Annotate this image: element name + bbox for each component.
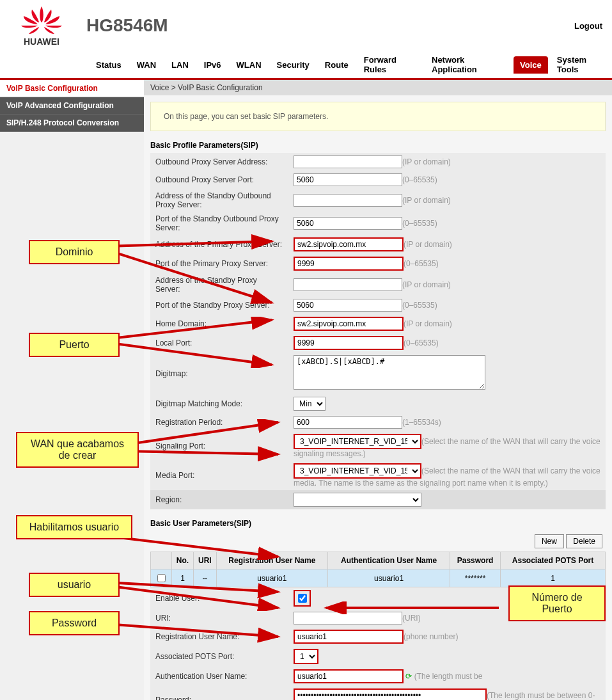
main-nav: Status WAN LAN IPv6 WLAN Security Route …: [0, 51, 612, 80]
td-port: 1: [501, 569, 606, 587]
outbound-addr-input[interactable]: [294, 155, 402, 168]
standby-port-input[interactable]: [294, 299, 402, 312]
th-auth: Authentication User Name: [328, 552, 450, 569]
standby-outbound-addr-label: Address of the Standby Outbound Proxy Se…: [150, 189, 288, 212]
local-port-input[interactable]: [294, 336, 404, 350]
th-pwd: Password: [450, 552, 501, 569]
svg-line-6: [125, 451, 278, 454]
auth-user-label: Authentication User Name:: [150, 667, 288, 686]
tab-system-tools[interactable]: System Tools: [551, 51, 612, 78]
huawei-logo: HUAWEI: [10, 3, 74, 48]
svg-line-3: [106, 320, 272, 339]
standby-port-hint: (0–65535): [402, 301, 437, 310]
new-button[interactable]: New: [535, 534, 564, 548]
th-port: Associated POTS Port: [501, 552, 606, 569]
arrow-password: [106, 617, 285, 643]
reg-period-input[interactable]: [294, 416, 402, 429]
local-port-hint: (0–65535): [404, 338, 439, 347]
svg-line-9: [106, 585, 278, 608]
callout-puerto: Puerto: [29, 333, 120, 357]
pots-port-select[interactable]: 1: [294, 649, 318, 664]
signaling-select[interactable]: 3_VOIP_INTERNET_R_VID_1503: [294, 434, 421, 449]
standby-outbound-port-label: Port of the Standby Outbound Proxy Serve…: [150, 212, 288, 235]
svg-line-4: [106, 342, 272, 365]
tab-voice[interactable]: Voice: [514, 56, 548, 74]
primary-addr-input[interactable]: [294, 237, 404, 251]
info-box: On this page, you can set basic SIP para…: [150, 102, 606, 131]
outbound-addr-label: Outbound Proxy Server Address:: [150, 153, 288, 171]
svg-line-1: [106, 241, 272, 246]
password-input[interactable]: [294, 688, 487, 700]
section-basic-user: Basic User Parameters(SIP): [144, 516, 612, 531]
primary-addr-hint: (IP or domain): [404, 240, 452, 249]
sidebar-item-voip-advanced[interactable]: VoIP Advanced Configuration: [0, 97, 144, 115]
arrow-puerto: [106, 317, 285, 368]
outbound-port-input[interactable]: [294, 173, 402, 186]
arrow-wan: [125, 419, 285, 496]
primary-port-hint: (0–65535): [404, 259, 439, 268]
uri-hint: (URI): [402, 614, 421, 623]
tab-lan[interactable]: LAN: [165, 56, 195, 74]
standby-outbound-addr-hint: (IP or domain): [402, 196, 451, 205]
auth-user-hint: (The length must be: [414, 672, 483, 681]
callout-wan: WAN que acabamos de crear: [16, 432, 139, 468]
digitmap-textarea[interactable]: [xABCD].S|[xABCD].#: [294, 355, 485, 390]
outbound-addr-hint: (IP or domain): [402, 157, 451, 166]
home-domain-input[interactable]: [294, 317, 404, 331]
outbound-port-hint: (0–65535): [402, 175, 437, 184]
pots-port-label: Associated POTS Port:: [150, 646, 288, 667]
svg-line-7: [118, 537, 278, 557]
tab-wlan[interactable]: WLAN: [230, 56, 268, 74]
tab-security[interactable]: Security: [271, 56, 316, 74]
primary-port-input[interactable]: [294, 257, 404, 271]
reg-period-hint: (1–65534s): [402, 418, 441, 427]
svg-line-10: [106, 624, 278, 637]
callout-dominio: Dominio: [29, 240, 120, 264]
sidebar-item-sip-h248[interactable]: SIP/H.248 Protocol Conversion: [0, 115, 144, 132]
breadcrumb: Voice > VoIP Basic Configuration: [144, 80, 612, 95]
callout-numero-puerto: Número de Puerto: [508, 585, 606, 621]
arrow-usuario: [106, 573, 285, 611]
arrow-dominio: [106, 234, 285, 330]
digitmap-mode-select[interactable]: Min: [294, 397, 326, 411]
standby-addr-input[interactable]: [294, 278, 402, 291]
svg-line-8: [106, 582, 278, 592]
tab-route[interactable]: Route: [318, 56, 355, 74]
delete-button[interactable]: Delete: [566, 534, 602, 548]
enable-user-checkbox[interactable]: [298, 594, 307, 603]
media-select[interactable]: 3_VOIP_INTERNET_R_VID_1503: [294, 463, 421, 479]
tab-network-application[interactable]: Network Application: [425, 51, 511, 78]
standby-outbound-addr-input[interactable]: [294, 194, 402, 207]
reg-user-hint: (phone number): [404, 632, 458, 641]
logout-link[interactable]: Logout: [574, 21, 602, 31]
arrow-numero-puerto: [320, 601, 505, 614]
tab-wan[interactable]: WAN: [130, 56, 162, 74]
td-pwd: *******: [450, 569, 501, 587]
digitmap-mode-label: Digitmap Matching Mode:: [150, 394, 288, 413]
tab-forward-rules[interactable]: Forward Rules: [357, 51, 423, 78]
standby-addr-hint: (IP or domain): [402, 280, 451, 289]
callout-usuario: usuario: [29, 573, 120, 597]
td-auth: usuario1: [328, 569, 450, 587]
svg-line-2: [106, 250, 272, 303]
tab-status[interactable]: Status: [90, 56, 128, 74]
password-label: Password:: [150, 686, 288, 700]
callout-habilitamos: Habilitamos usuario: [16, 515, 132, 539]
svg-line-5: [125, 422, 278, 445]
arrow-habilitamos: [118, 534, 285, 560]
tab-ipv6[interactable]: IPv6: [198, 56, 228, 74]
standby-outbound-port-input[interactable]: [294, 217, 402, 230]
outbound-port-label: Outbound Proxy Server Port:: [150, 171, 288, 189]
auth-user-input[interactable]: [294, 669, 404, 683]
home-domain-hint: (IP or domain): [404, 319, 452, 328]
standby-outbound-port-hint: (0–65535): [402, 219, 437, 228]
sidebar-item-voip-basic[interactable]: VoIP Basic Configuration: [0, 80, 144, 97]
refresh-icon[interactable]: ⟳: [405, 672, 412, 681]
model-name: HG8546M: [86, 15, 574, 36]
section-basic-profile: Basic Profile Parameters(SIP): [144, 138, 612, 153]
callout-password: Password: [29, 611, 120, 635]
svg-text:HUAWEI: HUAWEI: [24, 36, 59, 47]
reg-user-input[interactable]: [294, 630, 404, 644]
region-select[interactable]: [294, 493, 421, 507]
